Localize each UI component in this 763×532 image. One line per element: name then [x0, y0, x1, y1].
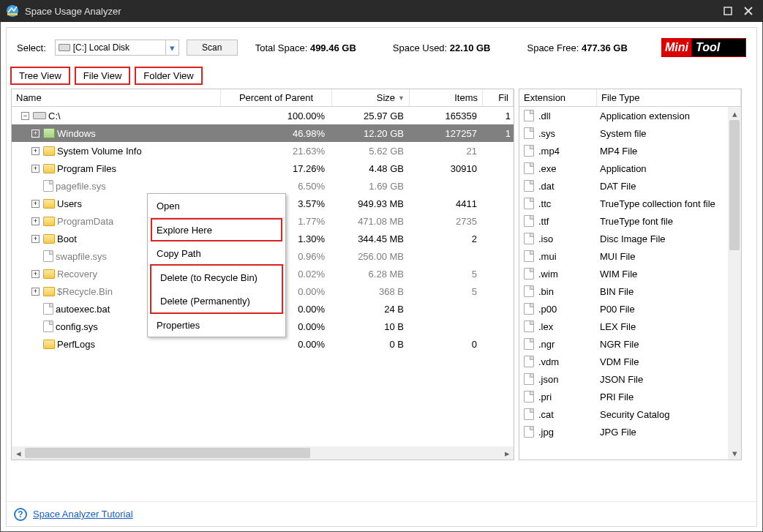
expand-icon[interactable]: + [31, 270, 40, 278]
col-files[interactable]: Fil [483, 89, 514, 106]
scroll-right-icon[interactable]: ▸ [500, 446, 514, 460]
expand-icon[interactable]: + [31, 130, 40, 138]
tutorial-link[interactable]: Space Analyzer Tutorial [33, 509, 133, 520]
help-icon[interactable]: ? [14, 508, 27, 521]
ext-row[interactable]: .vdmVDM File [519, 353, 741, 370]
file-type-label: TrueType collection font file [597, 198, 741, 209]
file-icon [524, 215, 534, 227]
ext-row[interactable]: .binBIN File [519, 282, 741, 300]
col-percent[interactable]: Percent of Parent [221, 89, 332, 106]
ext-row[interactable]: .ocxActiveX control [519, 441, 741, 443]
file-type-label: DAT File [597, 181, 741, 192]
tab-tree-view[interactable]: Tree View [11, 67, 69, 84]
menu-separator [148, 217, 285, 218]
file-type-label: Application extension [597, 110, 741, 121]
expand-icon[interactable]: + [31, 217, 40, 225]
ext-row[interactable]: .ngrNGR File [519, 335, 741, 353]
col-size[interactable]: Size▼ [332, 89, 410, 106]
menu-explore-here[interactable]: Explore Here [151, 219, 282, 241]
expand-icon[interactable]: + [31, 147, 40, 155]
ext-name: .cat [538, 409, 554, 420]
file-icon [524, 426, 534, 438]
ext-row[interactable]: .ttcTrueType collection font file [519, 195, 741, 212]
menu-delete-permanent[interactable]: Delete (Permanently) [151, 289, 282, 312]
scroll-thumb[interactable] [25, 448, 310, 458]
folder-icon [43, 146, 55, 156]
tree-row[interactable]: PerfLogs 0.00%0 B0 [12, 335, 514, 353]
expand-icon[interactable]: + [31, 235, 40, 243]
col-extension[interactable]: Extension [519, 89, 597, 106]
file-icon [524, 338, 534, 350]
space-free-stat: Space Free: 477.36 GB [527, 42, 627, 53]
ext-row[interactable]: .jsonJSON File [519, 370, 741, 388]
file-type-label: PRI File [597, 391, 741, 402]
drive-select[interactable]: [C:] Local Disk ▾ [55, 40, 179, 56]
menu-delete-recycle[interactable]: Delete (to Recycle Bin) [151, 266, 282, 289]
ext-row[interactable]: .datDAT File [519, 177, 741, 195]
file-icon [524, 162, 534, 174]
expand-icon[interactable]: + [31, 288, 40, 296]
ext-row[interactable]: .dllApplication extension [519, 107, 741, 124]
chevron-down-icon[interactable]: ▾ [165, 40, 178, 55]
expand-icon[interactable]: + [31, 165, 40, 173]
ext-name: .lex [538, 321, 553, 332]
ext-row[interactable]: .mp4MP4 File [519, 142, 741, 160]
ext-row[interactable]: .muiMUI File [519, 247, 741, 265]
ext-row[interactable]: .lexLEX File [519, 318, 741, 335]
scroll-down-icon[interactable]: ▾ [728, 446, 741, 460]
scroll-up-icon[interactable]: ▴ [728, 107, 741, 120]
tree-row[interactable]: +System Volume Info 21.63%5.62 GB21 [12, 142, 514, 160]
expand-icon[interactable]: + [31, 200, 40, 208]
menu-copy-path[interactable]: Copy Path [148, 241, 285, 265]
ext-row[interactable]: .exeApplication [519, 160, 741, 177]
vertical-scrollbar[interactable]: ▴ ▾ [728, 107, 741, 460]
ext-row[interactable]: .catSecurity Catalog [519, 405, 741, 423]
scroll-left-icon[interactable]: ◂ [12, 446, 25, 460]
tree-row[interactable]: pagefile.sys 6.50%1.69 GB [12, 177, 514, 195]
ext-name: .wim [538, 269, 558, 280]
menu-open[interactable]: Open [148, 194, 285, 217]
collapse-icon[interactable]: − [21, 112, 29, 120]
ext-name: .sys [538, 128, 555, 139]
close-button[interactable] [740, 2, 757, 20]
tree-column-headers: Name Percent of Parent Size▼ Items Fil [12, 89, 514, 107]
file-icon [524, 391, 534, 402]
space-used-stat: Space Used: 22.10 GB [393, 42, 491, 53]
ext-row[interactable]: .jpgJPG File [519, 423, 741, 441]
col-items[interactable]: Items [410, 89, 483, 106]
folder-icon [43, 164, 55, 173]
tree-row-windows[interactable]: +Windows 46.98%12.20 GB1272571 [12, 124, 514, 142]
ext-row[interactable]: .p00P00 File [519, 300, 741, 318]
svg-rect-1 [7, 13, 18, 15]
ext-name: .pri [538, 391, 552, 402]
ext-name: .vdm [538, 356, 559, 367]
ext-row[interactable]: .priPRI File [519, 388, 741, 405]
col-name[interactable]: Name [12, 89, 221, 106]
tab-file-view[interactable]: File View [75, 67, 130, 84]
scroll-thumb[interactable] [729, 120, 740, 250]
menu-properties[interactable]: Properties [148, 313, 285, 337]
ext-name: .json [538, 374, 558, 385]
file-type-label: Application [597, 163, 741, 174]
folder-icon [43, 340, 55, 349]
file-type-label: BIN File [597, 286, 741, 297]
col-filetype[interactable]: File Type [597, 89, 741, 106]
ext-row[interactable]: .wimWIM File [519, 265, 741, 282]
ext-name: .dll [538, 110, 551, 121]
tree-row[interactable]: +Program Files 17.26%4.48 GB30910 [12, 160, 514, 177]
ext-column-headers: Extension File Type [519, 89, 741, 107]
tab-folder-view[interactable]: Folder View [135, 67, 201, 84]
maximize-button[interactable] [719, 2, 737, 20]
drive-select-text: [C:] Local Disk [73, 42, 165, 53]
ext-name: .mui [538, 251, 557, 262]
file-icon [43, 303, 53, 315]
tree-row-root[interactable]: −C:\ 100.00%25.97 GB1653591 [12, 107, 514, 124]
ext-row[interactable]: .ttfTrueType font file [519, 212, 741, 230]
horizontal-scrollbar[interactable]: ◂ ▸ [12, 446, 514, 460]
ext-row[interactable]: .isoDisc Image File [519, 230, 741, 247]
ext-row[interactable]: .sysSystem file [519, 124, 741, 142]
file-type-label: WIM File [597, 269, 741, 280]
file-type-label: VDM File [597, 356, 741, 367]
file-icon [524, 285, 534, 297]
scan-button[interactable]: Scan [187, 40, 238, 56]
